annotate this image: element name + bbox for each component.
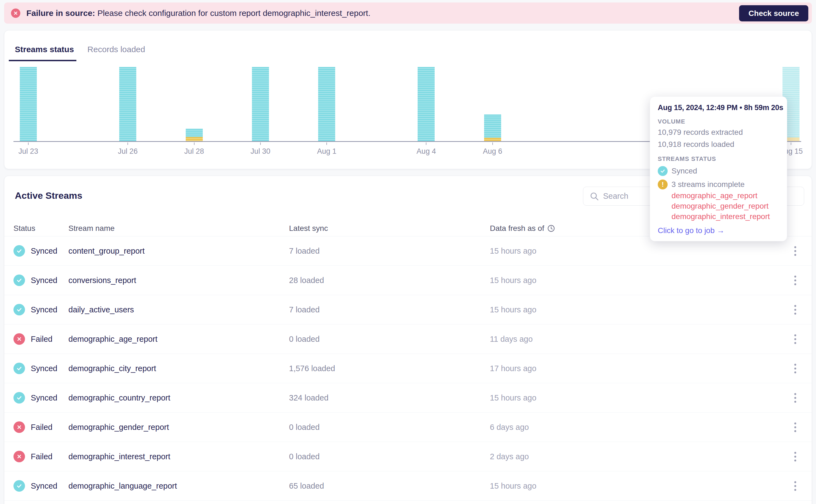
status-cell: Synced: [13, 392, 68, 404]
chart-bar[interactable]: [119, 67, 136, 141]
status-cell: Synced: [13, 363, 68, 374]
data-fresh-value: 6 days ago: [490, 423, 779, 432]
row-menu-button[interactable]: [792, 332, 798, 346]
row-menu-button[interactable]: [792, 479, 798, 493]
status-label: Synced: [31, 247, 57, 256]
row-menu-button[interactable]: [792, 273, 798, 287]
stream-name: demographic_language_report: [68, 481, 289, 491]
data-fresh-value: 15 hours ago: [490, 247, 779, 256]
incomplete-stream-link[interactable]: demographic_interest_report: [672, 211, 780, 222]
tooltip-records-loaded: 10,918 records loaded: [658, 139, 780, 149]
chart-bar[interactable]: [20, 67, 37, 141]
tooltip-incomplete-streams: demographic_age_report demographic_gende…: [672, 191, 780, 222]
latest-sync-value: 0 loaded: [289, 423, 490, 432]
x-icon: [16, 424, 22, 430]
latest-sync-value: 7 loaded: [289, 247, 490, 256]
warning-icon: !: [658, 180, 668, 189]
status-cell: Synced: [13, 304, 68, 315]
check-icon: [16, 307, 22, 313]
row-menu-button[interactable]: [792, 244, 798, 258]
x-axis-label: Aug 6: [471, 147, 515, 156]
check-source-button[interactable]: Check source: [739, 5, 808, 21]
stream-name: demographic_age_report: [68, 335, 289, 344]
stream-name: conversions_report: [68, 276, 289, 285]
tooltip-streams-status-label: STREAMS STATUS: [658, 155, 780, 163]
data-fresh-value: 15 hours ago: [490, 393, 779, 402]
column-header-stream-name: Stream name: [68, 224, 289, 233]
status-label: Synced: [31, 393, 57, 402]
status-cell: Synced: [13, 245, 68, 257]
axis-tick: [791, 142, 791, 145]
tooltip-volume-label: VOLUME: [658, 118, 780, 125]
chart-tabs: Streams status Records loaded: [4, 30, 812, 61]
clock-icon: [547, 224, 555, 233]
status-badge: [13, 480, 25, 492]
error-banner: Failure in source: Please check configur…: [4, 2, 812, 24]
stream-name: demographic_city_report: [68, 364, 289, 373]
axis-tick: [28, 142, 29, 145]
status-cell: Failed: [13, 333, 68, 345]
axis-tick: [127, 142, 128, 145]
chart-bar[interactable]: [318, 67, 335, 141]
tab-streams-status[interactable]: Streams status: [15, 45, 74, 61]
search-icon: [589, 191, 599, 201]
status-badge: [13, 245, 25, 257]
table-row: Synced daily_active_users 7 loaded 15 ho…: [4, 295, 812, 324]
x-icon: [16, 336, 22, 342]
latest-sync-value: 28 loaded: [289, 276, 490, 285]
status-label: Synced: [31, 276, 57, 285]
check-icon: [16, 365, 22, 371]
error-message-rest: Please check configuration for custom re…: [95, 9, 370, 18]
tooltip-records-extracted: 10,979 records extracted: [658, 127, 780, 137]
status-badge: [13, 421, 25, 433]
incomplete-stream-link[interactable]: demographic_age_report: [672, 191, 780, 201]
chart-bar[interactable]: [418, 67, 435, 141]
table-row: Failed demographic_interest_report 0 loa…: [4, 442, 812, 471]
bar-incomplete-segment: [186, 137, 203, 141]
check-icon: [16, 277, 22, 283]
table-row: Synced demographic_city_report 1,576 loa…: [4, 354, 812, 383]
row-menu-button[interactable]: [792, 303, 798, 317]
tooltip-title: Aug 15, 2024, 12:49 PM • 8h 59m 20s: [658, 103, 780, 112]
chart-bar[interactable]: [186, 129, 203, 141]
latest-sync-value: 324 loaded: [289, 393, 490, 402]
tooltip-synced-label: Synced: [672, 167, 697, 175]
latest-sync-value: 7 loaded: [289, 305, 490, 314]
table-row: Failed demographic_age_report 0 loaded 1…: [4, 324, 812, 354]
row-menu-button[interactable]: [792, 391, 798, 405]
tooltip-synced-row: Synced: [658, 166, 780, 176]
error-message: Failure in source: Please check configur…: [26, 9, 370, 18]
row-menu-button[interactable]: [792, 450, 798, 464]
data-fresh-value: 15 hours ago: [490, 481, 779, 491]
status-cell: Synced: [13, 480, 68, 492]
x-axis-label: Aug 1: [305, 147, 349, 156]
latest-sync-value: 65 loaded: [289, 481, 490, 491]
status-badge: [13, 275, 25, 286]
tab-records-loaded[interactable]: Records loaded: [87, 45, 145, 61]
bar-incomplete-segment: [484, 138, 501, 141]
chart-bar[interactable]: [252, 67, 269, 141]
streams-table-body: Synced content_group_report 7 loaded 15 …: [4, 236, 812, 501]
chart-bar[interactable]: [484, 114, 501, 141]
status-badge: [13, 451, 25, 462]
x-axis-label: Aug 4: [404, 147, 448, 156]
status-badge: [13, 363, 25, 374]
stream-name: content_group_report: [68, 247, 289, 256]
check-icon: [658, 166, 668, 176]
status-badge: [13, 304, 25, 315]
sync-tooltip: Aug 15, 2024, 12:49 PM • 8h 59m 20s VOLU…: [650, 96, 787, 241]
axis-tick: [426, 142, 426, 145]
check-icon: [16, 483, 22, 489]
x-axis-label: Jul 30: [239, 147, 283, 156]
go-to-job-link[interactable]: Click to go to job →: [658, 226, 780, 235]
row-menu-button[interactable]: [792, 362, 798, 376]
incomplete-stream-link[interactable]: demographic_gender_report: [672, 201, 780, 211]
data-fresh-value: 15 hours ago: [490, 276, 779, 285]
x-icon: [16, 454, 22, 459]
row-menu-button[interactable]: [792, 420, 798, 434]
error-icon: [11, 9, 20, 18]
data-fresh-value: 2 days ago: [490, 452, 779, 461]
latest-sync-value: 0 loaded: [289, 335, 490, 344]
column-header-data-fresh-label: Data fresh as of: [490, 224, 544, 233]
column-header-status: Status: [13, 224, 68, 233]
